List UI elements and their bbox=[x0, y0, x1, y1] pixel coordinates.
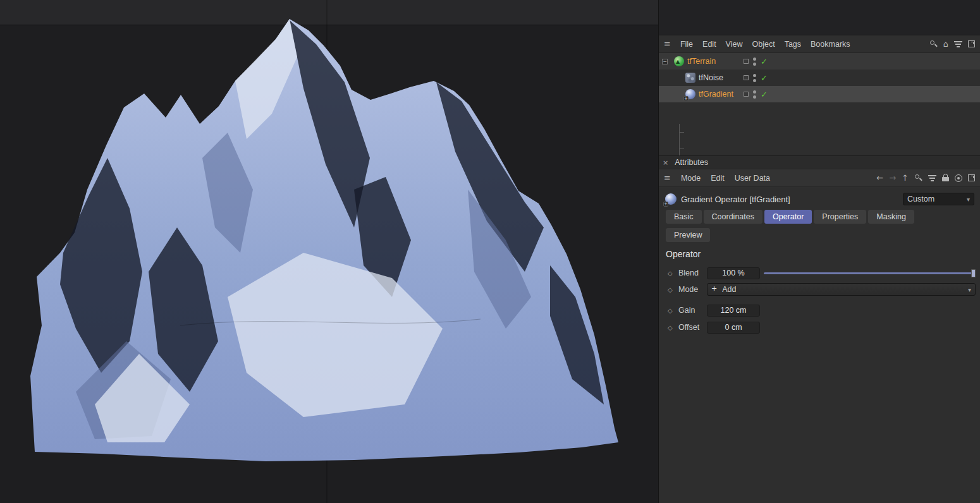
blend-field[interactable]: 100 % bbox=[707, 267, 760, 279]
menu-edit[interactable]: Edit bbox=[702, 40, 716, 49]
visibility-dots[interactable] bbox=[753, 90, 756, 99]
noise-icon[interactable] bbox=[685, 73, 695, 83]
attributes-panel-header: × Attributes bbox=[659, 155, 980, 169]
param-row-mode: ◇ Mode + Add ▾ bbox=[659, 283, 980, 296]
tab-masking[interactable]: Masking bbox=[868, 210, 914, 224]
lock-icon[interactable] bbox=[942, 174, 949, 182]
object-title: Gradient Operator [tfGradient] bbox=[681, 195, 790, 204]
filter-icon[interactable] bbox=[928, 174, 936, 181]
preset-dropdown[interactable]: Custom ▾ bbox=[903, 193, 974, 205]
keyframe-diamond-icon[interactable]: ◇ bbox=[668, 324, 673, 331]
menu-mode[interactable]: Mode bbox=[681, 174, 701, 183]
tab-operator[interactable]: Operator bbox=[764, 210, 812, 224]
right-panel: ≡ File Edit View Object Tags Bookmarks ⌂… bbox=[658, 0, 980, 503]
keyframe-diamond-icon[interactable]: ◇ bbox=[668, 286, 673, 293]
menu-view[interactable]: View bbox=[726, 40, 743, 49]
visibility-dots[interactable] bbox=[753, 58, 756, 66]
menu-tags[interactable]: Tags bbox=[785, 40, 801, 49]
chevron-down-icon: ▾ bbox=[968, 286, 971, 293]
popout-icon[interactable] bbox=[968, 40, 975, 47]
keyframe-diamond-icon[interactable]: ◇ bbox=[668, 270, 673, 277]
visibility-dots[interactable] bbox=[753, 74, 756, 82]
layer-icon[interactable] bbox=[744, 92, 749, 97]
object-name[interactable]: tfGradient bbox=[699, 90, 733, 99]
plus-badge-icon: + bbox=[663, 202, 668, 207]
menu-user-data[interactable]: User Data bbox=[735, 174, 770, 183]
param-label: Offset bbox=[678, 323, 699, 332]
menu-bookmarks[interactable]: Bookmarks bbox=[811, 40, 850, 49]
home-icon[interactable]: ⌂ bbox=[943, 40, 948, 48]
enabled-check-icon[interactable]: ✓ bbox=[761, 90, 768, 99]
object-name[interactable]: tfTerrain bbox=[687, 57, 716, 66]
param-label: Blend bbox=[678, 269, 699, 277]
tree-row-tfgradient[interactable]: + tfGradient ✓ bbox=[659, 86, 980, 102]
attribute-tabs-row-1: Basic Coordinates Operator Properties Ma… bbox=[666, 210, 914, 224]
preset-dropdown-value: Custom bbox=[907, 195, 934, 203]
gradient-icon[interactable]: + bbox=[685, 89, 695, 99]
enabled-check-icon[interactable]: ✓ bbox=[761, 73, 768, 83]
panel-menu-icon[interactable]: ≡ bbox=[664, 174, 671, 182]
layer-icon[interactable] bbox=[744, 59, 749, 64]
tab-preview[interactable]: Preview bbox=[666, 228, 710, 242]
object-tree: − ▲ tfTerrain ✓ tfNoise ✓ + tfGradient bbox=[659, 53, 980, 155]
attributes-menubar: ≡ Mode Edit User Data ← → ↑ bbox=[659, 169, 980, 187]
attribute-tabs-row-2: Preview bbox=[666, 228, 710, 242]
panel-menu-icon[interactable]: ≡ bbox=[664, 40, 671, 48]
mode-dropdown[interactable]: + Add ▾ bbox=[707, 283, 976, 296]
fold-icon[interactable]: − bbox=[662, 59, 668, 64]
tab-properties[interactable]: Properties bbox=[814, 210, 866, 224]
blend-slider[interactable] bbox=[764, 269, 975, 277]
object-name[interactable]: tfNoise bbox=[699, 73, 723, 82]
object-manager-menubar: ≡ File Edit View Object Tags Bookmarks ⌂ bbox=[659, 35, 980, 53]
param-row-offset: ◇ Offset 0 cm bbox=[659, 321, 980, 334]
tab-basic[interactable]: Basic bbox=[666, 210, 702, 224]
slider-fill bbox=[764, 272, 975, 274]
gradient-operator-icon: + bbox=[665, 193, 677, 205]
up-icon[interactable]: ↑ bbox=[902, 174, 909, 182]
layer-icon[interactable] bbox=[744, 75, 749, 80]
3d-viewport[interactable] bbox=[0, 0, 658, 503]
target-icon[interactable] bbox=[955, 174, 962, 182]
terrain-icon[interactable]: ▲ bbox=[674, 56, 684, 66]
attributes-title: Attributes bbox=[675, 158, 708, 167]
enabled-check-icon[interactable]: ✓ bbox=[761, 57, 768, 66]
tree-row-tfnoise[interactable]: tfNoise ✓ bbox=[659, 70, 980, 86]
param-label: Gain bbox=[678, 306, 695, 315]
plus-badge-icon: + bbox=[683, 96, 689, 101]
attribute-object-row: + Gradient Operator [tfGradient] Custom … bbox=[659, 191, 980, 207]
chevron-down-icon: ▾ bbox=[967, 196, 970, 203]
tab-coordinates[interactable]: Coordinates bbox=[704, 210, 763, 224]
menu-edit[interactable]: Edit bbox=[711, 174, 725, 183]
param-label: Mode bbox=[678, 285, 698, 294]
back-icon[interactable]: ← bbox=[876, 174, 883, 182]
forward-icon[interactable]: → bbox=[889, 174, 896, 182]
close-icon[interactable]: × bbox=[663, 159, 668, 167]
object-manager-top-space bbox=[659, 0, 980, 35]
tree-row-tfterrain[interactable]: − ▲ tfTerrain ✓ bbox=[659, 53, 980, 70]
param-row-gain: ◇ Gain 120 cm bbox=[659, 304, 980, 317]
offset-field[interactable]: 0 cm bbox=[707, 322, 760, 334]
terrain-mesh bbox=[0, 0, 658, 503]
popout-icon[interactable] bbox=[968, 174, 975, 181]
search-icon[interactable] bbox=[929, 40, 938, 48]
gain-field[interactable]: 120 cm bbox=[707, 305, 760, 317]
tree-connector bbox=[679, 132, 684, 133]
search-icon[interactable] bbox=[914, 174, 922, 182]
slider-handle[interactable] bbox=[971, 269, 976, 277]
param-row-blend: ◇ Blend 100 % bbox=[659, 267, 980, 279]
keyframe-diamond-icon[interactable]: ◇ bbox=[668, 307, 673, 314]
plus-icon: + bbox=[711, 284, 717, 293]
tree-connector bbox=[679, 124, 680, 157]
menu-object[interactable]: Object bbox=[752, 40, 775, 49]
section-title: Operator bbox=[666, 249, 701, 259]
tree-connector bbox=[679, 148, 684, 149]
menu-file[interactable]: File bbox=[680, 40, 693, 49]
mode-dropdown-value: Add bbox=[722, 285, 736, 294]
filter-icon[interactable] bbox=[954, 40, 962, 47]
